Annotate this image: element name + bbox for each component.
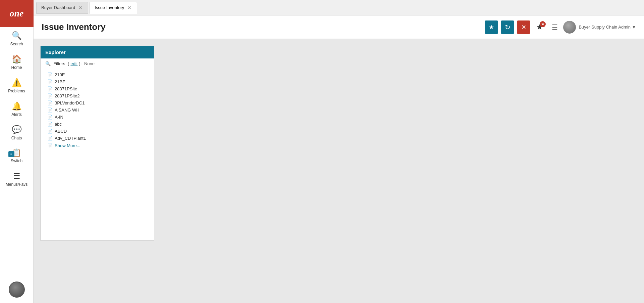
user-avatar-sidebar[interactable]: [9, 282, 25, 298]
explorer-panel: Explorer 🔍 Filters (edit): None 📄 210E 📄…: [40, 46, 154, 241]
avatar-image: [9, 282, 24, 297]
sidebar-item-label: Alerts: [11, 112, 22, 117]
user-dropdown[interactable]: Buyer Supply Chain Admin ▼: [579, 25, 636, 30]
content-area: Explorer 🔍 Filters (edit): None 📄 210E 📄…: [34, 39, 644, 303]
item-name: 210E: [55, 72, 65, 77]
item-name: Adv_CDTPlant1: [55, 136, 86, 141]
favorite-button[interactable]: ★: [485, 20, 498, 34]
file-icon: 📄: [47, 86, 53, 91]
filter-edit-link[interactable]: edit: [70, 61, 77, 66]
file-icon: 📄: [47, 93, 53, 98]
file-icon: 📄: [47, 107, 53, 113]
tab-buyer-dashboard[interactable]: Buyer Dashboard ✕: [36, 2, 88, 14]
main-area: Buyer Dashboard ✕ Issue Inventory ✕ Issu…: [34, 0, 644, 303]
app-logo[interactable]: one: [0, 0, 34, 27]
close-icon: ✕: [78, 5, 83, 10]
sidebar-item-chats[interactable]: 💬 Chats: [0, 121, 33, 144]
home-icon: 🏠: [12, 54, 22, 64]
menu-icon: ☰: [13, 171, 20, 181]
list-item[interactable]: 📄 28371PSite2: [41, 92, 154, 99]
explorer-filters: 🔍 Filters (edit): None: [41, 58, 154, 69]
file-icon: 📄: [47, 115, 53, 120]
list-item[interactable]: 📄 3PLVendorDC1: [41, 99, 154, 106]
file-icon: 📄: [47, 122, 53, 127]
explorer-title: Explorer: [45, 49, 66, 55]
sidebar-item-label: Problems: [8, 89, 25, 93]
tab-close-issue-inventory[interactable]: ✕: [127, 5, 132, 10]
list-item[interactable]: 📄 Adv_CDTPlant1: [41, 135, 154, 142]
refresh-icon: ↻: [505, 23, 511, 31]
filter-value: None: [84, 61, 95, 66]
item-name: 28371PSite: [55, 86, 77, 91]
tab-bar: Buyer Dashboard ✕ Issue Inventory ✕: [34, 0, 644, 15]
sidebar-item-problems[interactable]: ⚠️ Problems: [0, 74, 33, 97]
list-item[interactable]: 📄 A-IN: [41, 114, 154, 121]
sidebar-item-menus[interactable]: ☰ Menus/Favs: [0, 167, 33, 191]
header-actions: ★ ↻ ✕ ★ ★ ☰ Buyer Supply Chain Admin ▼: [485, 20, 636, 34]
filters-label: Filters: [53, 61, 65, 66]
logo-text: one: [10, 8, 24, 19]
search-icon: 🔍: [12, 31, 22, 40]
sidebar-item-label: Menus/Favs: [6, 182, 28, 187]
show-more-link[interactable]: 📄 Show More...: [41, 142, 154, 149]
user-section: Buyer Supply Chain Admin ▼: [563, 21, 636, 34]
item-name: ABCD: [55, 129, 67, 134]
switch-badge: ≡: [8, 151, 14, 157]
file-icon: 📄: [47, 100, 53, 105]
sidebar-item-label: Switch: [11, 159, 22, 163]
tab-close-buyer-dashboard[interactable]: ✕: [78, 5, 83, 10]
sidebar-item-label: Search: [10, 42, 23, 46]
item-name: 28371PSite2: [55, 93, 79, 98]
explorer-list: 📄 210E 📄 21BE 📄 28371PSite 📄 28371PSite2…: [41, 69, 154, 152]
page-title: Issue Inventory: [42, 22, 485, 32]
close-icon: ✕: [127, 5, 131, 10]
list-item[interactable]: 📄 21BE: [41, 78, 154, 85]
list-item[interactable]: 📄 A SANG WH: [41, 106, 154, 114]
sidebar-item-label: Chats: [11, 136, 22, 140]
item-name: 21BE: [55, 79, 65, 84]
sidebar-bottom: [9, 282, 25, 303]
list-item[interactable]: 📄 abc: [41, 121, 154, 128]
warning-icon: ⚠️: [12, 78, 22, 87]
show-more-label: Show More...: [55, 143, 80, 148]
user-name: Buyer Supply Chain Admin: [579, 25, 631, 30]
list-item[interactable]: 📄 210E: [41, 71, 154, 78]
sidebar: one 🔍 Search 🏠 Home ⚠️ Problems 🔔 Alerts…: [0, 0, 34, 303]
tab-issue-inventory[interactable]: Issue Inventory ✕: [90, 2, 137, 14]
refresh-button[interactable]: ↻: [501, 20, 514, 34]
filter-search-icon: 🔍: [45, 61, 51, 66]
close-button[interactable]: ✕: [517, 20, 530, 34]
explorer-header: Explorer: [41, 46, 154, 58]
tab-label: Issue Inventory: [95, 5, 124, 10]
file-icon: 📄: [47, 79, 53, 84]
user-avatar-header: [563, 21, 576, 34]
sidebar-item-home[interactable]: 🏠 Home: [0, 50, 33, 74]
chat-icon: 💬: [12, 125, 22, 134]
item-name: A SANG WH: [55, 107, 79, 113]
notification-badge: ★: [540, 21, 546, 27]
file-icon: 📄: [47, 136, 53, 141]
item-name: 3PLVendorDC1: [55, 100, 85, 105]
sidebar-item-alerts[interactable]: 🔔 Alerts: [0, 97, 33, 121]
page-header: Issue Inventory ★ ↻ ✕ ★ ★ ☰ Buyer Supply…: [34, 15, 644, 39]
star-icon: ★: [489, 24, 494, 31]
sidebar-item-switch[interactable]: 📋 ≡ Switch: [0, 144, 33, 167]
notification-button[interactable]: ★ ★: [533, 20, 546, 34]
close-icon: ✕: [521, 24, 526, 31]
bell-icon: 🔔: [12, 101, 22, 111]
file-icon: 📄: [47, 129, 53, 134]
sidebar-item-label: Home: [11, 65, 22, 70]
sidebar-item-search[interactable]: 🔍 Search: [0, 27, 33, 50]
item-name: abc: [55, 122, 62, 127]
hamburger-menu-icon[interactable]: ☰: [549, 20, 560, 34]
list-item[interactable]: 📄 28371PSite: [41, 85, 154, 92]
item-name: A-IN: [55, 115, 63, 120]
dropdown-arrow-icon: ▼: [632, 25, 636, 30]
show-more-icon: 📄: [47, 143, 53, 148]
file-icon: 📄: [47, 72, 53, 77]
list-item[interactable]: 📄 ABCD: [41, 128, 154, 135]
tab-label: Buyer Dashboard: [41, 5, 75, 10]
